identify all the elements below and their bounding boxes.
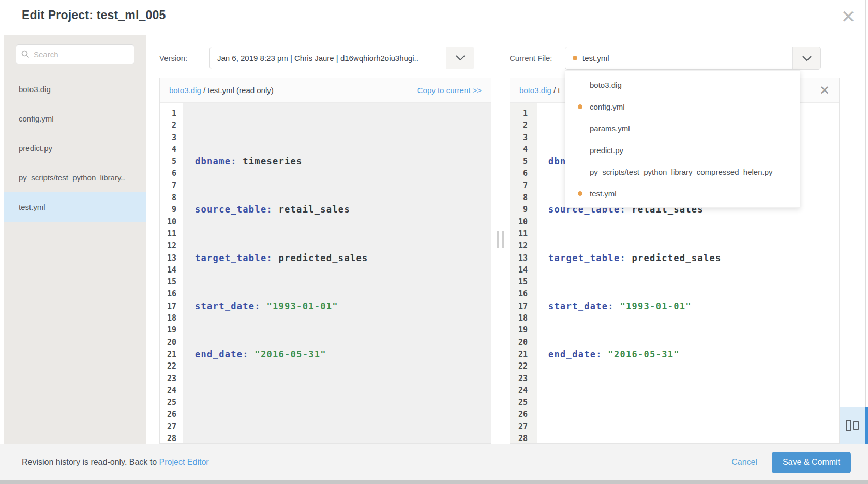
- line-number-gutter: 1234567891011121314151617181920212223242…: [160, 103, 183, 443]
- project-editor-link[interactable]: Project Editor: [159, 458, 209, 466]
- code-line: dbname: timeseries: [195, 156, 491, 168]
- sidebar-file-item[interactable]: boto3.dig: [4, 74, 146, 104]
- line-number: 26: [510, 409, 528, 420]
- line-number: 21: [160, 349, 176, 360]
- line-number: 24: [510, 385, 528, 397]
- line-number: 16: [160, 288, 176, 300]
- line-number: 1: [160, 108, 176, 119]
- dropdown-file-option[interactable]: boto3.dig: [565, 74, 800, 96]
- code-line: source_table: retail_sales: [195, 204, 491, 216]
- line-number: 9: [510, 204, 528, 216]
- code-line: start_date: "1993-01-01": [548, 300, 839, 312]
- search-box[interactable]: [16, 44, 134, 64]
- line-number: 14: [160, 264, 176, 276]
- dropdown-file-option[interactable]: predict.py: [565, 139, 800, 161]
- version-select-value: Jan 6, 2019 8:23 pm | Chris Jaure | d16w…: [210, 47, 446, 69]
- chevron-down-icon[interactable]: [446, 47, 474, 69]
- line-number: 22: [510, 360, 528, 372]
- dropdown-file-label: params.yml: [590, 124, 630, 133]
- close-panel-icon[interactable]: ✕: [819, 84, 830, 97]
- dropdown-file-label: config.yml: [590, 102, 625, 111]
- sidebar-file-item[interactable]: test.yml: [4, 192, 146, 222]
- split-view-toggle-button[interactable]: [840, 407, 865, 444]
- chevron-down-icon[interactable]: [792, 47, 820, 69]
- current-file-select[interactable]: test.yml: [565, 47, 821, 70]
- panel-resize-handle[interactable]: [497, 231, 507, 248]
- line-number: 2: [510, 119, 528, 131]
- code-line: start_date: "1993-01-01": [195, 300, 491, 312]
- side-by-side-panels-icon: [846, 420, 851, 431]
- line-number: 23: [160, 373, 176, 385]
- sidebar-file-label: predict.py: [19, 144, 52, 153]
- code-line: target_table: predicted_sales: [548, 252, 839, 264]
- dropdown-file-option[interactable]: test.yml: [565, 183, 800, 204]
- line-number: 26: [160, 409, 176, 420]
- line-number: 20: [510, 337, 528, 349]
- code-line: end_date: "2016-05-31": [195, 349, 491, 360]
- line-number: 14: [510, 264, 528, 276]
- line-number: 15: [510, 276, 528, 288]
- line-number: 6: [510, 168, 528, 179]
- dropdown-file-label: test.yml: [590, 189, 617, 198]
- line-number: 3: [160, 132, 176, 144]
- readonly-panel-header: boto3.dig / test.yml (read only) Copy to…: [160, 78, 491, 103]
- line-number: 13: [510, 252, 528, 264]
- line-number: 5: [160, 156, 176, 168]
- sidebar-file-item[interactable]: predict.py: [4, 133, 146, 163]
- line-number: 1: [510, 108, 528, 119]
- modal-footer: Revision history is read-only. Back to P…: [0, 444, 868, 480]
- close-icon[interactable]: ✕: [837, 5, 860, 28]
- line-number: 12: [160, 240, 176, 252]
- split-view-active-indicator: [865, 407, 868, 444]
- line-number-gutter: 1234567891011121314151617181920212223242…: [510, 103, 537, 443]
- line-number: 21: [510, 349, 528, 360]
- line-number: 4: [510, 144, 528, 156]
- code-line: end_date: "2016-05-31": [548, 349, 839, 360]
- sidebar-file-label: config.yml: [19, 114, 54, 123]
- current-file-dropdown-menu: boto3.dig config.yml params.yml predict.…: [565, 70, 800, 208]
- line-number: 4: [160, 144, 176, 156]
- line-number: 16: [510, 288, 528, 300]
- line-number: 17: [510, 300, 528, 312]
- dropdown-file-option[interactable]: config.yml: [565, 96, 800, 117]
- line-number: 11: [160, 228, 176, 240]
- dropdown-file-option[interactable]: py_scripts/test_python_library_compresse…: [565, 161, 800, 183]
- project-file-link[interactable]: boto3.dig: [519, 86, 551, 95]
- readonly-code-editor[interactable]: dbname: timeseries source_table: retail_…: [183, 103, 491, 443]
- line-number: 18: [510, 312, 528, 324]
- file-path-text: / t: [551, 86, 560, 95]
- search-input[interactable]: [34, 50, 122, 59]
- line-number: 10: [510, 216, 528, 228]
- sidebar-file-item[interactable]: py_scripts/test_python_library..: [4, 163, 146, 192]
- cancel-button[interactable]: Cancel: [731, 458, 757, 467]
- page-title: Edit Project: test_ml_005: [22, 8, 166, 22]
- line-number: 9: [160, 204, 176, 216]
- line-number: 7: [160, 180, 176, 192]
- revision-readonly-note: Revision history is read-only. Back to P…: [22, 458, 209, 467]
- line-number: 19: [510, 324, 528, 336]
- side-by-side-panels-icon: [853, 421, 859, 430]
- dropdown-file-label: boto3.dig: [590, 81, 622, 89]
- project-file-link[interactable]: boto3.dig: [169, 86, 201, 95]
- search-icon: [21, 50, 29, 58]
- line-number: 5: [510, 156, 528, 168]
- line-number: 19: [160, 324, 176, 336]
- line-number: 27: [510, 421, 528, 433]
- version-select[interactable]: Jan 6, 2019 8:23 pm | Chris Jaure | d16w…: [209, 47, 474, 69]
- copy-to-current-link[interactable]: Copy to current >>: [417, 86, 482, 95]
- line-number: 12: [510, 240, 528, 252]
- line-number: 8: [160, 192, 176, 204]
- line-number: 28: [160, 433, 176, 443]
- line-number: 3: [510, 132, 528, 144]
- sidebar-file-list: boto3.dig config.yml predict.py py_scrip…: [4, 74, 146, 222]
- sidebar-file-label: boto3.dig: [19, 85, 51, 94]
- line-number: 8: [510, 192, 528, 204]
- current-file-select-value: test.yml: [565, 47, 792, 69]
- line-number: 24: [160, 385, 176, 397]
- sidebar-file-item[interactable]: config.yml: [4, 104, 146, 133]
- dropdown-file-option[interactable]: params.yml: [565, 117, 800, 139]
- save-commit-button[interactable]: Save & Commit: [772, 452, 851, 473]
- version-label: Version:: [159, 54, 187, 63]
- line-number: 25: [510, 397, 528, 409]
- line-number: 23: [510, 373, 528, 385]
